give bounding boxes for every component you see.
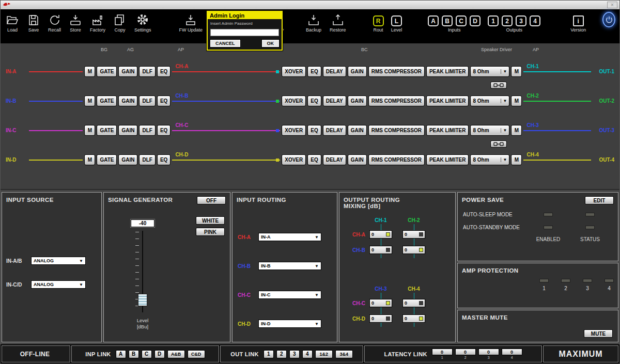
level-slider[interactable] [131, 231, 154, 312]
gate-button[interactable]: GATE [97, 154, 117, 165]
dlf-button[interactable]: DLF [139, 66, 155, 77]
mix-active-indicator[interactable] [419, 301, 423, 305]
input-mute-button[interactable]: M [84, 96, 95, 106]
gain-out-button[interactable]: GAIN [348, 96, 367, 106]
inp-link-button[interactable]: B [129, 350, 139, 358]
admin-password-input[interactable] [210, 29, 279, 36]
slider-handle[interactable] [138, 294, 147, 306]
cancel-button[interactable]: CANCEL [210, 40, 240, 47]
eq-button[interactable]: EQ [157, 125, 171, 136]
input-a-button[interactable]: A [428, 15, 439, 26]
mix-active-indicator[interactable] [386, 232, 390, 236]
peak-limiter-button[interactable]: PEAK LIMITER [426, 66, 469, 77]
gain-button[interactable]: GAIN [118, 66, 137, 77]
output-1-button[interactable]: 1 [488, 15, 499, 26]
out-link-button[interactable]: 4 [302, 350, 313, 358]
rms-compressor-button[interactable]: RMS COMPRESSOR [368, 96, 425, 106]
ch-a-routing-select[interactable]: IN-A ▼ [258, 233, 321, 241]
factory-button[interactable]: Factory [90, 12, 105, 33]
latency-value[interactable]: 0 [432, 349, 453, 355]
speaker-driver-select[interactable]: 8 Ohm ▼ [470, 125, 509, 136]
eq-button[interactable]: EQ [157, 96, 171, 106]
out-link-button[interactable]: 1&2 [315, 350, 333, 358]
in-ab-source-select[interactable]: ANALOG ▼ [31, 257, 86, 265]
inp-link-button[interactable]: C&D [188, 350, 205, 358]
mix-active-indicator[interactable] [386, 316, 390, 321]
mix-active-indicator[interactable] [419, 248, 423, 252]
fw-update-button[interactable]: FW Update [179, 12, 203, 33]
delay-button[interactable]: DELAY [323, 66, 346, 77]
mix-active-indicator[interactable] [386, 301, 390, 305]
gate-button[interactable]: GATE [97, 66, 117, 77]
speaker-driver-select[interactable]: 8 Ohm ▼ [470, 96, 509, 106]
pink-noise-button[interactable]: PINK [196, 228, 225, 236]
eq-button[interactable]: EQ [157, 66, 171, 77]
ch-b-routing-select[interactable]: IN-B ▼ [258, 262, 321, 270]
output-mute-button[interactable]: M [511, 125, 522, 136]
xover-button[interactable]: XOVER [282, 66, 306, 77]
load-button[interactable]: Load [6, 12, 19, 33]
gain-button[interactable]: GAIN [118, 154, 137, 165]
speaker-driver-select[interactable]: 8 Ohm ▼ [470, 154, 509, 165]
copy-button[interactable]: Copy [114, 12, 126, 33]
output-mute-button[interactable]: M [511, 66, 522, 77]
in-cd-source-select[interactable]: ANALOG ▼ [31, 280, 86, 289]
mix-gain-cell[interactable]: 0 [369, 314, 392, 323]
gain-out-button[interactable]: GAIN [348, 154, 367, 165]
rms-compressor-button[interactable]: RMS COMPRESSOR [368, 66, 425, 77]
mix-gain-cell[interactable]: 0 [369, 299, 392, 307]
generator-off-button[interactable]: OFF [197, 196, 226, 204]
speaker-driver-select[interactable]: 8 Ohm ▼ [470, 66, 509, 77]
input-c-button[interactable]: C [456, 15, 467, 26]
output-mute-button[interactable]: M [511, 96, 522, 106]
gain-button[interactable]: GAIN [118, 96, 137, 106]
rout-button[interactable]: R [373, 15, 384, 26]
eq-out-button[interactable]: EQ [307, 96, 321, 106]
input-b-button[interactable]: B [442, 15, 453, 26]
mix-gain-cell[interactable]: 0 [402, 246, 425, 254]
xover-button[interactable]: XOVER [282, 154, 306, 165]
out-link-button[interactable]: 3 [289, 350, 300, 358]
inp-link-button[interactable]: D [154, 350, 165, 358]
gate-button[interactable]: GATE [97, 125, 117, 136]
mix-active-indicator[interactable] [386, 248, 390, 252]
output-mute-button[interactable]: M [511, 154, 522, 165]
backup-button[interactable]: Backup [306, 12, 321, 33]
mix-active-indicator[interactable] [419, 316, 423, 321]
mix-gain-cell[interactable]: 0 [369, 230, 392, 239]
gain-out-button[interactable]: GAIN [348, 66, 367, 77]
settings-button[interactable]: Settings [134, 12, 151, 33]
inp-link-button[interactable]: C [142, 350, 152, 358]
out-link-button[interactable]: 1 [264, 350, 274, 358]
eq-button[interactable]: EQ [157, 154, 171, 165]
out-link-button[interactable]: 2 [276, 350, 287, 358]
input-mute-button[interactable]: M [84, 125, 95, 136]
input-mute-button[interactable]: M [84, 154, 95, 165]
delay-button[interactable]: DELAY [323, 96, 346, 106]
eq-out-button[interactable]: EQ [307, 154, 321, 165]
gain-out-button[interactable]: GAIN [348, 125, 367, 136]
rms-compressor-button[interactable]: RMS COMPRESSOR [368, 125, 425, 136]
delay-button[interactable]: DELAY [323, 154, 346, 165]
xover-button[interactable]: XOVER [282, 125, 306, 136]
dlf-button[interactable]: DLF [139, 154, 155, 165]
restore-button[interactable]: Restore [330, 12, 346, 33]
white-noise-button[interactable]: WHITE [196, 216, 225, 225]
ch-d-routing-select[interactable]: IN-D ▼ [258, 320, 321, 328]
output-3-button[interactable]: 3 [516, 15, 526, 26]
master-mute-button[interactable]: MUTE [584, 329, 613, 338]
gate-button[interactable]: GATE [97, 96, 117, 106]
recall-button[interactable]: Recall [48, 12, 61, 33]
latency-value[interactable]: 0 [502, 349, 522, 355]
peak-limiter-button[interactable]: PEAK LIMITER [426, 96, 469, 106]
dlf-button[interactable]: DLF [139, 125, 155, 136]
output-4-button[interactable]: 4 [530, 15, 540, 26]
level-button[interactable]: L [391, 15, 402, 26]
ch-c-routing-select[interactable]: IN-C ▼ [258, 291, 321, 299]
gain-button[interactable]: GAIN [118, 125, 137, 136]
store-button[interactable]: Store [69, 12, 82, 33]
close-icon[interactable]: × [607, 2, 617, 8]
xover-button[interactable]: XOVER [282, 96, 306, 106]
bridge-link-button[interactable] [490, 140, 507, 148]
inp-link-button[interactable]: A [116, 350, 126, 358]
